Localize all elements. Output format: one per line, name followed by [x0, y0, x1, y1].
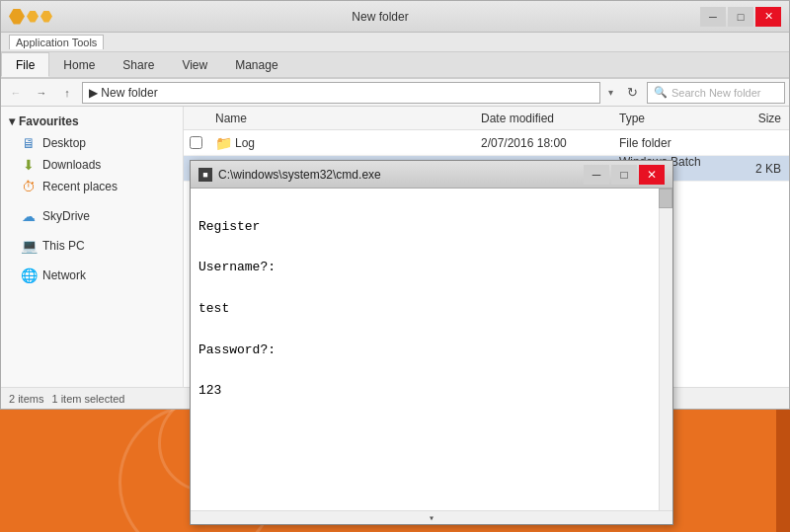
- cmd-line-blank4: [198, 320, 665, 341]
- ribbon: File Home Share View Manage: [1, 52, 789, 79]
- address-path: ▶ New folder: [89, 86, 158, 100]
- address-chevron: ▾: [604, 87, 617, 98]
- cmd-line-blank3: [198, 278, 665, 299]
- sidebar: ▾ Favourites 🖥 Desktop ⬇ Downloads ⏱ Rec…: [1, 107, 184, 387]
- desktop-icon: 🖥: [21, 135, 37, 151]
- cmd-scrollbar[interactable]: [659, 189, 672, 524]
- cmd-line-username: Username?:: [198, 258, 665, 278]
- file-type-log: File folder: [611, 136, 730, 150]
- explorer-icon-1: [9, 9, 25, 25]
- tab-home[interactable]: Home: [49, 52, 109, 77]
- explorer-close-btn[interactable]: ✕: [755, 7, 781, 27]
- sidebar-desktop-label: Desktop: [42, 136, 86, 150]
- explorer-icon-3: [40, 11, 52, 23]
- sidebar-item-thispc[interactable]: 💻 This PC: [1, 235, 183, 257]
- search-box[interactable]: 🔍 Search New folder: [647, 82, 785, 104]
- cmd-scrollbar-bottom: ▾: [191, 510, 672, 524]
- sidebar-item-network[interactable]: 🌐 Network: [1, 265, 183, 286]
- col-header-date[interactable]: Date modified: [473, 112, 611, 125]
- sidebar-header-favourites: ▾ Favourites: [1, 111, 183, 132]
- explorer-controls: ─ □ ✕: [700, 7, 781, 27]
- row1-checkbox[interactable]: [184, 136, 207, 149]
- sidebar-item-recent[interactable]: ⏱ Recent places: [1, 176, 183, 197]
- skydrive-icon: ☁: [21, 208, 37, 224]
- file-list-header: Name Date modified Type Size: [184, 107, 789, 130]
- forward-btn[interactable]: →: [31, 82, 52, 104]
- file-name-log: Log: [235, 136, 255, 150]
- cmd-minimize-btn[interactable]: ─: [584, 165, 609, 185]
- chevron-icon-favourites: ▾: [9, 114, 15, 128]
- pc-icon: 💻: [21, 238, 37, 254]
- checkbox-log[interactable]: [190, 136, 202, 149]
- sidebar-favourites-label: Favourites: [19, 114, 79, 128]
- cmd-title-bar: ■ C:\windows\system32\cmd.exe ─ □ ✕: [191, 161, 672, 189]
- cmd-line-blank1: [198, 196, 665, 217]
- ribbon-tabs: File Home Share View Manage: [1, 52, 789, 78]
- folder-icon: 📁: [215, 135, 231, 151]
- network-icon: 🌐: [21, 267, 37, 283]
- file-date-log: 2/07/2016 18:00: [473, 136, 611, 150]
- recent-icon: ⏱: [21, 179, 37, 194]
- explorer-maximize-btn[interactable]: □: [728, 7, 753, 27]
- sidebar-item-desktop[interactable]: 🖥 Desktop: [1, 132, 183, 154]
- cmd-line-123: 123: [198, 381, 665, 402]
- cmd-close-btn[interactable]: ✕: [639, 165, 665, 185]
- explorer-title: New folder: [60, 10, 700, 24]
- tab-view[interactable]: View: [168, 52, 221, 77]
- explorer-title-bar: New folder ─ □ ✕: [1, 1, 789, 33]
- cmd-line-blank2: [198, 238, 665, 259]
- sidebar-network-label: Network: [42, 268, 86, 282]
- col-header-size[interactable]: Size: [730, 112, 789, 125]
- sidebar-item-skydrive[interactable]: ☁ SkyDrive: [1, 205, 183, 227]
- sidebar-recent-label: Recent places: [42, 180, 118, 193]
- cmd-line-test: test: [198, 299, 665, 320]
- cmd-line-password: Password?:: [198, 341, 665, 361]
- sidebar-downloads-label: Downloads: [42, 158, 101, 172]
- downloads-icon: ⬇: [21, 157, 37, 173]
- cmd-scroll-down-arrow: ▾: [429, 512, 434, 524]
- tab-manage[interactable]: Manage: [221, 52, 291, 77]
- file-size-login: 2 KB: [730, 162, 789, 176]
- explorer-icon-2: [27, 11, 39, 23]
- refresh-btn[interactable]: ↻: [621, 82, 643, 104]
- cmd-line-blank5: [198, 360, 665, 381]
- explorer-minimize-btn[interactable]: ─: [700, 7, 726, 27]
- cmd-title-text: C:\windows\system32\cmd.exe: [218, 168, 584, 182]
- tab-file[interactable]: File: [1, 52, 49, 77]
- back-btn[interactable]: ←: [5, 82, 27, 104]
- search-placeholder: Search New folder: [672, 87, 761, 99]
- col-header-type[interactable]: Type: [611, 112, 730, 125]
- address-input[interactable]: ▶ New folder: [82, 82, 600, 104]
- app-tools-bar: Application Tools: [1, 33, 789, 52]
- cmd-scroll-thumb[interactable]: [659, 189, 672, 208]
- cmd-maximize-btn[interactable]: □: [611, 165, 637, 185]
- item-count: 2 items: [9, 393, 43, 405]
- cmd-content: Register Username?: test Password?: 123 …: [191, 189, 672, 524]
- explorer-title-icons: [9, 9, 52, 25]
- col-header-name[interactable]: Name: [207, 112, 473, 125]
- sidebar-item-downloads[interactable]: ⬇ Downloads: [1, 154, 183, 176]
- search-icon: 🔍: [654, 86, 668, 99]
- cmd-controls: ─ □ ✕: [584, 165, 665, 185]
- cmd-icon: ■: [198, 168, 212, 182]
- cmd-window: ■ C:\windows\system32\cmd.exe ─ □ ✕ Regi…: [190, 160, 673, 525]
- cmd-line-register: Register: [198, 217, 665, 238]
- table-row[interactable]: 📁 Log 2/07/2016 18:00 File folder: [184, 130, 789, 156]
- sidebar-thispc-label: This PC: [42, 239, 85, 253]
- address-bar: ← → ↑ ▶ New folder ▾ ↻ 🔍 Search New fold…: [1, 79, 789, 107]
- app-tools-label: Application Tools: [9, 35, 104, 49]
- sidebar-skydrive-label: SkyDrive: [42, 209, 90, 223]
- tab-share[interactable]: Share: [109, 52, 168, 77]
- up-btn[interactable]: ↑: [56, 82, 78, 104]
- selected-count: 1 item selected: [51, 393, 124, 405]
